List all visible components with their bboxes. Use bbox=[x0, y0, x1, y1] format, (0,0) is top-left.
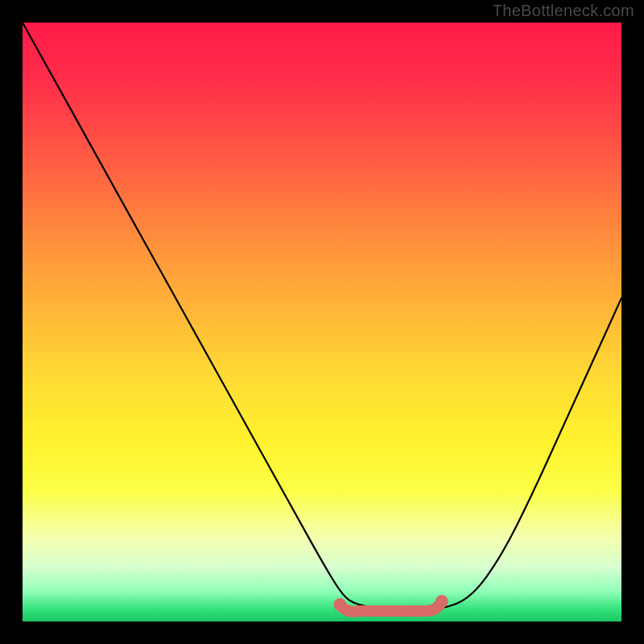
chart-plot-area bbox=[23, 23, 621, 621]
flat-segment-end-dot bbox=[436, 595, 448, 608]
bottleneck-curve bbox=[23, 23, 621, 621]
chart-stage: TheBottleneck.com bbox=[0, 0, 644, 644]
watermark-text: TheBottleneck.com bbox=[493, 2, 634, 20]
flat-segment-start-dot bbox=[333, 598, 346, 611]
curve-line bbox=[23, 23, 621, 609]
